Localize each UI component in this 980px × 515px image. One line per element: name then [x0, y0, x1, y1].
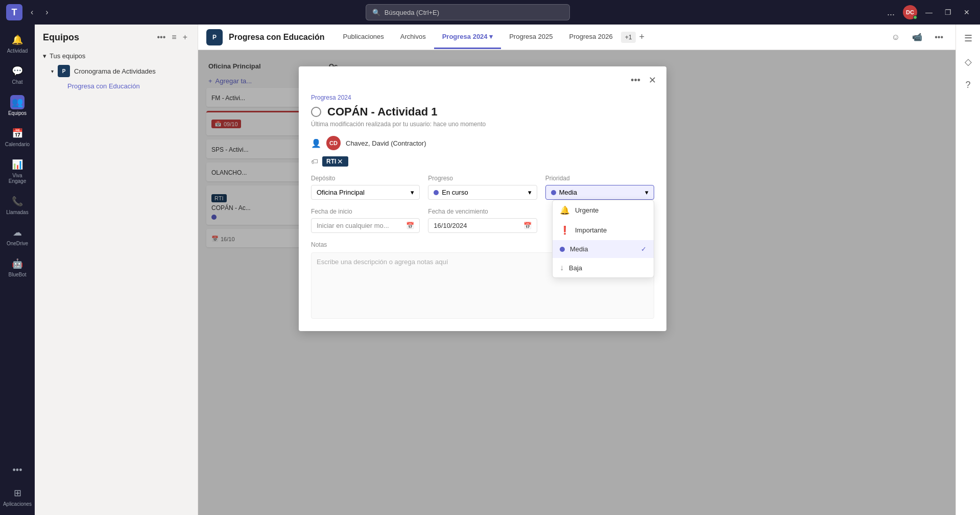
- sub-item-progresa[interactable]: Progresa con Educación: [39, 80, 194, 92]
- sidebar-item-equipos[interactable]: 👥 Equipos: [3, 91, 32, 120]
- sidebar-item-aplicaciones[interactable]: ⊞ Aplicaciones: [3, 482, 32, 511]
- progreso-label: Progreso: [428, 175, 537, 182]
- teams-logo: T: [6, 4, 22, 20]
- llamadas-icon: 📞: [10, 194, 25, 208]
- sidebar-label-chat: Chat: [12, 79, 22, 85]
- back-button[interactable]: ‹: [27, 6, 37, 19]
- more-options-button[interactable]: ...: [883, 5, 899, 20]
- minimize-button[interactable]: —: [921, 6, 937, 18]
- more-tabs-button[interactable]: +1: [621, 32, 636, 43]
- fecha-vencimiento-input[interactable]: 16/10/2024 📅: [428, 218, 537, 233]
- bluebot-icon: 🤖: [10, 256, 25, 271]
- sidebar-label-bluebot: BlueBot: [8, 272, 26, 277]
- panel-add-button[interactable]: +: [181, 31, 189, 44]
- search-icon: 🔍: [372, 9, 380, 16]
- panel-close-button[interactable]: ✕: [647, 73, 658, 88]
- sidebar-item-chat[interactable]: 💬 Chat: [3, 60, 32, 89]
- tag-chip-container: RTI ✕: [322, 156, 348, 167]
- aplicaciones-icon: ⊞: [10, 486, 25, 500]
- calendar-vencimiento-icon: 📅: [523, 222, 532, 229]
- emoji-button[interactable]: ☺: [888, 31, 904, 44]
- my-teams-label: Tus equipos: [50, 52, 85, 60]
- diamond-button[interactable]: ◇: [961, 52, 976, 72]
- prioridad-select[interactable]: Media ▾: [545, 185, 654, 200]
- fecha-inicio-input[interactable]: Iniciar en cualquier mo... 📅: [311, 218, 420, 233]
- title-bar-left: T ‹ ›: [6, 4, 53, 20]
- baja-icon: ↓: [560, 263, 564, 272]
- field-deposito: Depósito Oficina Principal ▾: [311, 175, 420, 200]
- calendar-inicio-icon: 📅: [406, 222, 414, 229]
- sidebar-more-button[interactable]: •••: [9, 461, 27, 480]
- sidebar-item-calendario[interactable]: 📅 Calendario: [3, 122, 32, 151]
- more-header-button[interactable]: •••: [930, 31, 947, 44]
- deposito-select[interactable]: Oficina Principal ▾: [311, 185, 420, 200]
- team-logo: P: [58, 65, 70, 77]
- progreso-select[interactable]: En curso ▾: [428, 185, 537, 200]
- progreso-select-value: En curso: [434, 189, 468, 196]
- sidebar-label-calendario: Calendario: [5, 142, 30, 147]
- caret-icon: ▾: [51, 68, 54, 74]
- tab-progresa2025[interactable]: Progresa 2025: [501, 26, 561, 49]
- forward-button[interactable]: ›: [41, 6, 52, 19]
- calendario-icon: 📅: [10, 126, 25, 141]
- channel-tabs: Publicaciones Archivos Progresa 2024 ▾ P…: [335, 26, 881, 49]
- viva-icon: 📊: [10, 157, 25, 172]
- deposito-value: Oficina Principal: [317, 189, 365, 196]
- task-modified-text: Última modificación realizada por tu usu…: [311, 121, 654, 128]
- panel-header: ••• ✕: [299, 66, 666, 94]
- panel-header-actions: ••• ✕: [629, 73, 658, 88]
- sidebar-label-equipos: Equipos: [8, 110, 27, 116]
- task-completion-checkbox[interactable]: [311, 107, 321, 117]
- sidebar-item-onedrive[interactable]: ☁ OneDrive: [3, 221, 32, 250]
- tab-progresa2024[interactable]: Progresa 2024 ▾: [434, 26, 501, 49]
- tab-archivos[interactable]: Archivos: [392, 26, 434, 49]
- importante-icon: ❗: [560, 225, 570, 235]
- teams-panel: Equipos ••• ≡ + ▾ Tus equipos ▾ P Cronog…: [35, 25, 198, 515]
- tab-publicaciones[interactable]: Publicaciones: [335, 26, 392, 49]
- my-teams-header[interactable]: ▾ Tus equipos: [39, 50, 194, 62]
- dropdown-item-urgente[interactable]: 🔔 Urgente: [553, 200, 654, 220]
- deposito-chevron-icon: ▾: [411, 189, 414, 196]
- sidebar-item-llamadas[interactable]: 📞 Llamadas: [3, 190, 32, 219]
- search-bar[interactable]: 🔍 Búsqueda (Ctrl+E): [366, 4, 570, 20]
- channel-logo: P: [206, 29, 223, 45]
- teams-panel-header: Equipos ••• ≡ +: [35, 25, 198, 50]
- list-view-button[interactable]: ☰: [960, 29, 976, 48]
- panel-more-btn[interactable]: •••: [629, 73, 642, 88]
- check-icon: ✓: [641, 245, 647, 253]
- notes-placeholder: Escribe una descripción o agrega notas a…: [317, 258, 448, 266]
- assignee-row: 👤 CD Chavez, David (Contractor): [311, 136, 654, 150]
- tab-progresa2026[interactable]: Progresa 2026: [561, 26, 620, 49]
- panel-filter-button[interactable]: ≡: [170, 31, 178, 44]
- right-panel: ☰ ◇ ?: [955, 25, 980, 515]
- field-fecha-vencimiento: Fecha de vencimiento 16/10/2024 📅: [428, 208, 537, 233]
- add-tab-button[interactable]: +: [636, 31, 648, 43]
- dropdown-item-baja[interactable]: ↓ Baja: [553, 258, 654, 277]
- sidebar: 🔔 Actividad 💬 Chat 👥 Equipos 📅 Calendari…: [0, 25, 35, 515]
- sidebar-item-bluebot[interactable]: 🤖 BlueBot: [3, 252, 32, 282]
- deposito-label: Depósito: [311, 175, 420, 182]
- online-status-indicator: [913, 15, 917, 19]
- sidebar-item-actividad[interactable]: 🔔 Actividad: [3, 29, 32, 58]
- media-label: Media: [570, 245, 588, 253]
- tag-remove-button[interactable]: ✕: [336, 157, 344, 166]
- panel-more-button[interactable]: •••: [155, 31, 168, 44]
- field-fecha-inicio: Fecha de inicio Iniciar en cualquier mo.…: [311, 208, 420, 233]
- fields-grid: Depósito Oficina Principal ▾ Progreso: [311, 175, 654, 233]
- dropdown-item-importante[interactable]: ❗ Importante: [553, 220, 654, 240]
- video-button[interactable]: 📹: [908, 30, 926, 44]
- fecha-vencimiento-label: Fecha de vencimiento: [428, 208, 537, 215]
- teams-panel-title: Equipos: [43, 32, 79, 43]
- main-content: P Progresa con Educación Publicaciones A…: [198, 25, 955, 515]
- maximize-button[interactable]: ❐: [941, 6, 955, 18]
- progreso-chevron-icon: ▾: [528, 189, 532, 196]
- dropdown-item-media[interactable]: Media ✓: [553, 240, 654, 258]
- help-button[interactable]: ?: [961, 76, 974, 95]
- team-cronograma[interactable]: ▾ P Cronograma de Actividades: [39, 62, 194, 80]
- close-button[interactable]: ✕: [960, 6, 974, 18]
- sidebar-item-viva[interactable]: 📊 Viva Engage: [3, 153, 32, 188]
- assignee-name: Chavez, David (Contractor): [346, 139, 426, 147]
- sidebar-label-viva: Viva Engage: [5, 173, 30, 184]
- title-bar-center: 🔍 Búsqueda (Ctrl+E): [53, 4, 883, 20]
- assignee-icon: 👤: [311, 138, 321, 148]
